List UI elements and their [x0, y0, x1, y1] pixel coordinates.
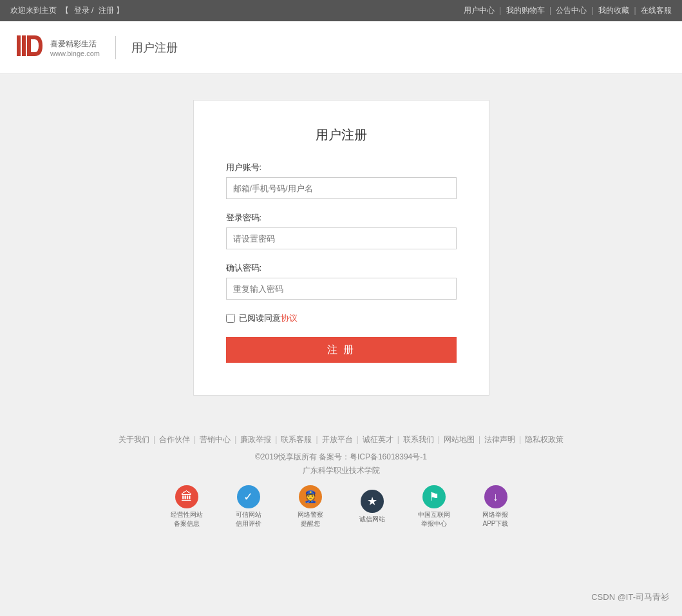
login-link[interactable]: 登录 — [74, 6, 90, 15]
footer-sep-0: | — [153, 435, 155, 444]
badge-label-3: 诚信网站 — [359, 515, 385, 524]
agree-checkbox[interactable] — [226, 314, 235, 323]
confirm-input[interactable] — [226, 278, 457, 300]
footer-sep-2: | — [234, 435, 236, 444]
footer-sep-4: | — [316, 435, 317, 444]
agree-text: 已阅读同意 — [239, 313, 281, 324]
logo-tagline: 喜爱精彩生活 — [50, 39, 100, 50]
confirm-group: 确认密码: — [226, 262, 457, 300]
header-page-title: 用户注册 — [131, 40, 178, 55]
badge-icon-0: 🏛 — [175, 485, 198, 508]
footer-sub: 广东科学职业技术学院 — [0, 465, 682, 476]
footer-copyright: ©2019悦享版所有 备案号：粤ICP备16018394号-1 — [0, 452, 682, 463]
badge-item-4: ⚑中国互联网 举报中心 — [408, 485, 460, 528]
slash: / — [91, 6, 93, 15]
footer-link-2[interactable]: 营销中心 — [200, 435, 231, 444]
footer-link-5[interactable]: 开放平台 — [322, 435, 353, 444]
badge-icon-3: ★ — [361, 490, 384, 513]
favorites-link[interactable]: 我的收藏 — [598, 6, 629, 15]
agree-link[interactable]: 协议 — [281, 313, 298, 324]
top-bar-right: 用户中心 | 我的购物车 | 公告中心 | 我的收藏 | 在线客服 — [464, 5, 672, 16]
register-button[interactable]: 注 册 — [226, 337, 457, 363]
badge-label-1: 可信网站 信用评价 — [236, 510, 261, 528]
sep1: | — [499, 6, 501, 15]
online-service-link[interactable]: 在线客服 — [641, 6, 672, 15]
badge-item-0: 🏛经营性网站 备案信息 — [161, 485, 213, 528]
svg-rect-1 — [22, 35, 26, 56]
bracket-close: 】 — [116, 6, 124, 15]
logo-icon — [15, 30, 46, 64]
logo-text-block: 喜爱精彩生活 www.binge.com — [50, 37, 100, 57]
footer-sep-1: | — [194, 435, 196, 444]
welcome-text: 欢迎来到主页 — [10, 6, 57, 15]
username-group: 用户账号: — [226, 162, 457, 199]
agree-row: 已阅读同意 协议 — [226, 313, 457, 324]
footer-sep-6: | — [397, 435, 399, 444]
badge-item-5: ↓网络举报 APP下载 — [470, 485, 522, 528]
footer: 关于我们|合作伙伴|营销中心|廉政举报|联系客服|开放平台|诚征英才|联系我们|… — [0, 421, 682, 548]
footer-link-10[interactable]: 隐私权政策 — [525, 435, 564, 444]
footer-links: 关于我们|合作伙伴|营销中心|廉政举报|联系客服|开放平台|诚征英才|联系我们|… — [0, 434, 682, 445]
badge-label-0: 经营性网站 备案信息 — [171, 510, 203, 528]
logo-svg — [15, 30, 46, 61]
badge-icon-5: ↓ — [484, 485, 507, 508]
footer-sep-3: | — [275, 435, 277, 444]
password-input[interactable] — [226, 227, 457, 249]
main-content: 用户注册 用户账号: 登录密码: 确认密码: 已阅读同意 协议 注 册 — [0, 74, 682, 421]
sep2: | — [549, 6, 551, 15]
registration-card: 用户注册 用户账号: 登录密码: 确认密码: 已阅读同意 协议 注 册 — [193, 100, 489, 396]
footer-link-3[interactable]: 廉政举报 — [240, 435, 271, 444]
sep3: | — [592, 6, 594, 15]
register-link[interactable]: 注册 — [99, 6, 114, 15]
badge-label-2: 网络警察 提醒您 — [298, 510, 323, 528]
badge-icon-4: ⚑ — [422, 485, 446, 508]
badge-item-3: ★诚信网站 — [346, 490, 398, 524]
footer-sep-9: | — [519, 435, 521, 444]
password-label: 登录密码: — [226, 212, 457, 224]
footer-link-8[interactable]: 网站地图 — [444, 435, 475, 444]
badge-icon-2: 👮 — [299, 485, 322, 508]
footer-sep-5: | — [357, 435, 359, 444]
badge-label-5: 网络举报 APP下载 — [482, 510, 508, 528]
badge-item-2: 👮网络警察 提醒您 — [285, 485, 336, 528]
logo-area: 喜爱精彩生活 www.binge.com — [15, 30, 100, 64]
footer-sep-7: | — [438, 435, 440, 444]
confirm-label: 确认密码: — [226, 262, 457, 274]
username-input[interactable] — [226, 177, 457, 199]
badge-icon-1: ✓ — [237, 485, 260, 508]
header-divider — [115, 36, 116, 59]
footer-badges: 🏛经营性网站 备案信息✓可信网站 信用评价👮网络警察 提醒您★诚信网站⚑中国互联… — [0, 485, 682, 541]
cart-link[interactable]: 我的购物车 — [506, 6, 545, 15]
footer-link-9[interactable]: 法律声明 — [484, 435, 515, 444]
announcement-link[interactable]: 公告中心 — [556, 6, 587, 15]
header: 喜爱精彩生活 www.binge.com 用户注册 — [0, 21, 682, 74]
bracket-open: 【 — [61, 6, 69, 15]
password-group: 登录密码: — [226, 212, 457, 249]
top-bar: 欢迎来到主页 【 登录 / 注册 】 用户中心 | 我的购物车 | 公告中心 |… — [0, 0, 682, 21]
user-center-link[interactable]: 用户中心 — [464, 6, 495, 15]
username-label: 用户账号: — [226, 162, 457, 173]
sep4: | — [634, 6, 636, 15]
footer-link-0[interactable]: 关于我们 — [118, 435, 149, 444]
card-title: 用户注册 — [226, 126, 457, 144]
footer-link-4[interactable]: 联系客服 — [281, 435, 312, 444]
footer-link-6[interactable]: 诚征英才 — [363, 435, 393, 444]
badge-label-4: 中国互联网 举报中心 — [418, 510, 450, 528]
logo-url: www.binge.com — [50, 50, 100, 57]
badge-item-1: ✓可信网站 信用评价 — [223, 485, 274, 528]
footer-link-1[interactable]: 合作伙伴 — [159, 435, 190, 444]
footer-sep-8: | — [478, 435, 480, 444]
svg-rect-0 — [17, 35, 21, 56]
top-bar-left: 欢迎来到主页 【 登录 / 注册 】 — [10, 5, 126, 16]
footer-link-7[interactable]: 联系我们 — [403, 435, 434, 444]
